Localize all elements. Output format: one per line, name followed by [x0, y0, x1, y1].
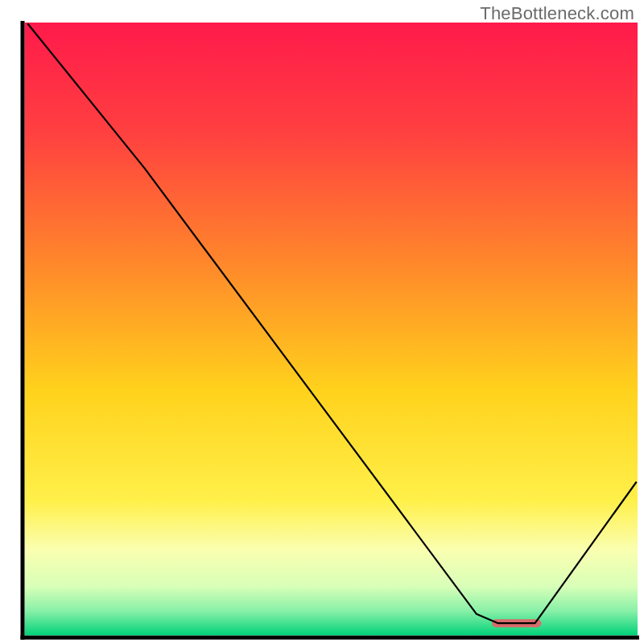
watermark-text: TheBottleneck.com [480, 3, 634, 24]
chart-container: TheBottleneck.com [0, 0, 644, 644]
chart-svg [0, 0, 644, 644]
plot-background [25, 23, 638, 636]
